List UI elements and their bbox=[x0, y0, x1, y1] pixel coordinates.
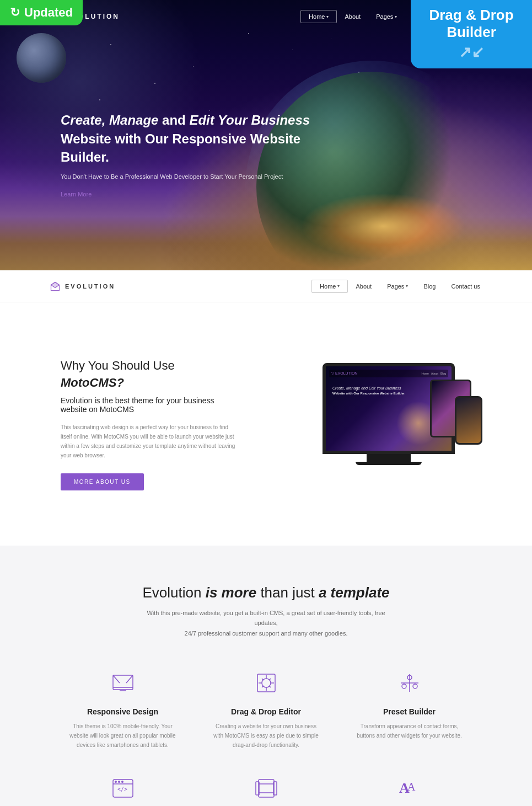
why-desc: This fascinating web design is a perfect… bbox=[61, 423, 289, 460]
svg-rect-22 bbox=[259, 780, 274, 797]
widgets-icon: </> bbox=[106, 772, 139, 805]
nav-about[interactable]: About bbox=[337, 10, 368, 23]
features-title: Evolution is more than just a template bbox=[22, 584, 510, 601]
svg-point-15 bbox=[413, 684, 417, 688]
nav-home[interactable]: Home ▾ bbox=[300, 10, 337, 23]
spacer2 bbox=[0, 529, 532, 546]
sticky-logo: EVOLUTION bbox=[50, 281, 115, 292]
more-about-us-button[interactable]: MORE ABOUT US bbox=[61, 473, 144, 490]
sticky-nav-about[interactable]: About bbox=[348, 280, 379, 292]
svg-point-14 bbox=[402, 684, 406, 688]
hero-content: Create, Manage and Edit Your Business We… bbox=[61, 111, 325, 199]
feature-fonts: A A Google Fonts Use a large collection … bbox=[343, 772, 476, 806]
svg-marker-3 bbox=[51, 282, 60, 287]
learn-more-link[interactable]: Learn More bbox=[61, 191, 92, 198]
fonts-icon: A A bbox=[393, 772, 426, 805]
spacer bbox=[0, 302, 532, 319]
svg-line-7 bbox=[113, 675, 120, 683]
why-title: Why You Should Use MotoCMS? bbox=[61, 357, 289, 392]
feature-parallax: Parallax & Animation Make your website m… bbox=[200, 772, 332, 806]
preset-icon bbox=[393, 666, 426, 700]
sticky-logo-icon bbox=[50, 281, 61, 292]
feature-responsive: Responsive Design This theme is 100% mob… bbox=[57, 666, 189, 750]
home-chevron-icon: ▾ bbox=[326, 14, 329, 19]
responsive-name: Responsive Design bbox=[87, 707, 158, 716]
dnd-desc: Creating a website for your own business… bbox=[211, 722, 321, 750]
sticky-nav-links: Home ▾ About Pages ▾ Blog Contact us bbox=[311, 280, 488, 293]
updated-badge: ↻ Updated bbox=[0, 0, 83, 25]
hero-section: ↻ Updated Drag & DropBuilder ↗↙ bbox=[0, 0, 532, 270]
feature-dnd: Drag & Drop Editor Creating a website fo… bbox=[200, 666, 332, 750]
why-section: Why You Should Use MotoCMS? Evolution is… bbox=[0, 319, 532, 529]
preset-desc: Transform appearance of contact forms, b… bbox=[354, 722, 465, 740]
preset-name: Preset Builder bbox=[383, 707, 436, 716]
phone-mockup bbox=[455, 396, 482, 445]
feature-widgets: </> Fascinating Widgets Use a wide range… bbox=[57, 772, 189, 806]
sticky-pages-chevron-icon: ▾ bbox=[406, 284, 408, 289]
responsive-icon bbox=[106, 666, 139, 700]
why-content: Why You Should Use MotoCMS? Evolution is… bbox=[61, 357, 289, 490]
svg-point-18 bbox=[115, 781, 117, 783]
devices-container: ▽ EVOLUTION Home About Blog Create, Mana… bbox=[323, 363, 482, 484]
sticky-nav-home[interactable]: Home ▾ bbox=[311, 280, 348, 293]
horizon-glow bbox=[300, 193, 466, 259]
features-section: Evolution is more than just a template W… bbox=[0, 546, 532, 806]
refresh-icon: ↻ bbox=[10, 6, 20, 20]
hero-title: Create, Manage and Edit Your Business We… bbox=[61, 111, 325, 167]
nav-pages[interactable]: Pages ▾ bbox=[368, 10, 405, 23]
responsive-desc: This theme is 100% mobile-friendly. Your… bbox=[68, 722, 178, 750]
svg-text:A: A bbox=[407, 781, 416, 793]
devices-image: ▽ EVOLUTION Home About Blog Create, Mana… bbox=[323, 363, 488, 484]
sticky-home-chevron-icon: ▾ bbox=[337, 284, 340, 289]
sticky-nav-pages[interactable]: Pages ▾ bbox=[379, 280, 416, 292]
svg-point-20 bbox=[121, 781, 123, 783]
svg-line-8 bbox=[126, 675, 133, 683]
sticky-navbar: EVOLUTION Home ▾ About Pages ▾ Blog Cont… bbox=[0, 270, 532, 302]
dnd-name: Drag & Drop Editor bbox=[231, 707, 301, 716]
dnd-badge: Drag & DropBuilder ↗↙ bbox=[411, 0, 532, 68]
features-subtitle: With this pre-made website, you get a bu… bbox=[139, 608, 393, 639]
dnd-icon bbox=[250, 666, 283, 700]
svg-text:</>: </> bbox=[117, 786, 127, 792]
pages-chevron-icon: ▾ bbox=[395, 14, 397, 19]
svg-point-19 bbox=[118, 781, 120, 783]
parallax-icon bbox=[250, 772, 283, 805]
arrows-icon: ↗↙ bbox=[421, 43, 522, 62]
sticky-nav-contact[interactable]: Contact us bbox=[443, 280, 488, 292]
feature-preset: Preset Builder Transform appearance of c… bbox=[343, 666, 476, 750]
sticky-nav-blog[interactable]: Blog bbox=[416, 280, 443, 292]
hero-subtitle: You Don't Have to Be a Professional Web … bbox=[61, 173, 325, 180]
features-grid: Responsive Design This theme is 100% mob… bbox=[57, 666, 476, 806]
why-subtitle: Evolution is the best theme for your bus… bbox=[61, 396, 289, 414]
